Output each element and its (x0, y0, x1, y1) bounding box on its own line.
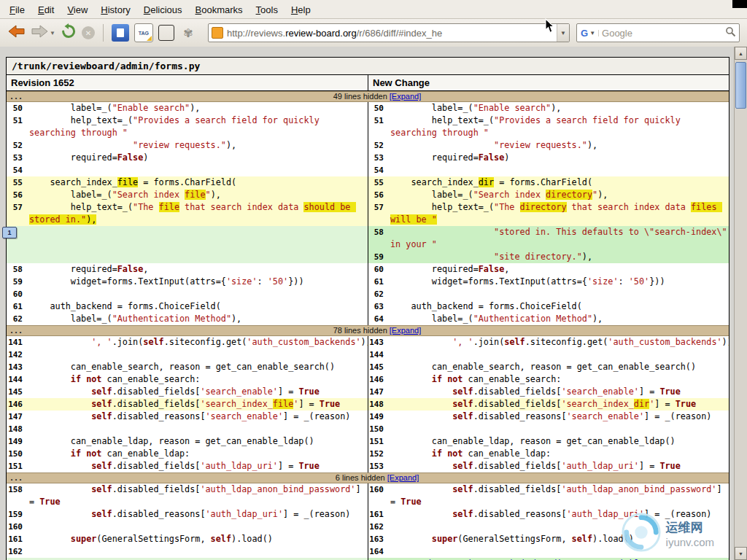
diff-row: 150 if not can_enable_ldap:152 if not ca… (7, 448, 729, 460)
watermark-logo-icon (621, 512, 662, 556)
scroll-up-button[interactable]: ▲ (735, 47, 747, 60)
expand-link[interactable]: [Expand] (390, 92, 421, 101)
navigation-toolbar: ▼ ✕ TAG ✾ (0, 19, 747, 47)
code-line-left: self.disabled_fields['search_index_file'… (26, 398, 368, 411)
url-history-dropdown[interactable]: ▼ (557, 24, 569, 42)
extension-button-1[interactable] (110, 22, 131, 44)
line-number-right: 51 (368, 114, 387, 139)
line-number-left: 141 (7, 336, 26, 349)
code-line-right: if not can_enable_search: (387, 373, 729, 386)
line-number-right: 147 (368, 386, 387, 398)
diff-row: 53 required=False)53 required=False) (7, 152, 729, 164)
code-line-left: can_enable_search, reason = get_can_enab… (26, 361, 368, 373)
tag-extension-icon: TAG (134, 23, 153, 42)
extension-button-3[interactable] (157, 22, 176, 44)
line-number-left: 160 (7, 521, 26, 533)
url-prefix: http://reviews. (227, 28, 285, 39)
menu-tools[interactable]: Tools (249, 1, 285, 18)
expand-link[interactable]: [Expand] (387, 473, 419, 482)
menu-edit[interactable]: Edit (31, 1, 61, 18)
url-path: /r/686/diff/#index_he (357, 28, 443, 39)
collapsed-gutter: ... (7, 473, 26, 483)
line-number-right: 52 (368, 139, 387, 152)
search-engine-dropdown-icon[interactable]: ▼ (589, 30, 599, 36)
line-number-left: 55 (7, 176, 26, 189)
scrollbar-thumb[interactable] (735, 62, 746, 109)
forward-dropdown-icon[interactable]: ▼ (50, 30, 55, 36)
code-line-left (26, 349, 368, 361)
collapsed-gutter: ... (7, 326, 26, 335)
stop-icon: ✕ (82, 26, 95, 39)
scroll-down-button[interactable]: ▼ (735, 547, 747, 560)
line-number-left: 142 (7, 349, 26, 361)
line-number-right: 161 (368, 508, 387, 521)
menu-history[interactable]: History (94, 1, 136, 18)
diff-row: 61 auth_backend = forms.ChoiceField(63 a… (7, 300, 729, 313)
line-number-right: 153 (368, 460, 387, 472)
back-button[interactable] (6, 22, 27, 44)
code-line-right: ', '.join(self.siteconfig.get('auth_cust… (387, 336, 729, 349)
vertical-scrollbar[interactable]: ▲ ▼ (734, 47, 747, 560)
watermark-title: 运维网 (666, 519, 714, 536)
reload-button[interactable] (59, 22, 78, 44)
line-number-right: 160 (368, 483, 387, 508)
code-line-left (26, 545, 368, 558)
code-line-right (387, 349, 729, 361)
menu-help[interactable]: Help (285, 1, 317, 18)
code-line-right: help_text=_("The directory that search i… (387, 201, 729, 226)
line-number-right: 152 (368, 448, 387, 460)
code-line-left: label=_("Enable search"), (26, 102, 368, 114)
diff-row: 148150 (7, 423, 729, 435)
line-number-left: 148 (7, 423, 26, 435)
diff-row: 59 "site directory."), (7, 251, 729, 263)
forward-icon (31, 24, 49, 42)
line-number-left: 149 (7, 435, 26, 448)
revision-header: Revision 1652 (7, 75, 368, 90)
diff-row: 55 search_index_file = forms.CharField(5… (7, 176, 729, 189)
stop-button[interactable]: ✕ (80, 22, 96, 44)
code-line-left: self.disabled_fields['search_enable'] = … (26, 386, 368, 398)
code-line-left: super(GeneralSettingsForm, self).load() (26, 533, 368, 545)
code-line-left: search_index_file = forms.CharField( (26, 176, 368, 189)
code-line-left: if not can_enable_ldap: (26, 448, 368, 460)
code-line-right: can_enable_ldap, reason = get_can_enable… (387, 435, 729, 448)
reload-icon (61, 23, 77, 42)
search-input[interactable]: Google (602, 28, 725, 39)
diff-row: 149 can_enable_ldap, reason = get_can_en… (7, 435, 729, 448)
line-number-right: 55 (368, 176, 387, 189)
diff-row: 50 label=_("Enable search"),50 label=_("… (7, 102, 729, 114)
menu-bookmarks[interactable]: Bookmarks (189, 1, 249, 18)
menu-view[interactable]: View (61, 1, 94, 18)
code-line-left: label=_("Search index file"), (26, 189, 368, 201)
extension-button-4[interactable]: ✾ (178, 22, 198, 44)
search-magnifier-icon[interactable] (725, 26, 736, 39)
code-line-right: self.disabled_reasons['search_enable'] =… (387, 411, 729, 423)
line-number-right: 149 (368, 411, 387, 423)
menu-delicious[interactable]: Delicious (137, 1, 189, 18)
code-line-right: self.disabled_fields['auth_ldap_anon_bin… (387, 483, 729, 508)
line-number-left: 159 (7, 508, 26, 521)
expand-link[interactable]: [Expand] (390, 326, 421, 335)
page-content: /trunk/reviewboard/admin/forms.py Revisi… (0, 47, 735, 560)
collapsed-band-text: 78 lines hidden [Expand] (26, 326, 729, 335)
line-number-left: 151 (7, 460, 26, 472)
code-line-left: help_text=_("Provides a search field for… (26, 114, 368, 139)
code-line-right: widget=forms.TextInput(attrs={'size': '5… (387, 276, 729, 288)
diff-row: 145 self.disabled_fields['search_enable'… (7, 386, 729, 398)
diff-row: 58 "stored in. This defaults to \"search… (7, 226, 729, 251)
extension-button-2[interactable]: TAG (133, 22, 155, 44)
diff-anchor-flag[interactable]: 1 (2, 227, 17, 238)
url-bar[interactable]: http://reviews. review-board.org /r/686/… (208, 23, 570, 42)
code-line-left: can_enable_ldap, reason = get_can_enable… (26, 435, 368, 448)
line-number-right: 151 (368, 435, 387, 448)
collapsed-lines-band: ...49 lines hidden [Expand] (7, 91, 729, 102)
code-line-right (387, 288, 729, 300)
line-number-right: 145 (368, 361, 387, 373)
search-bar[interactable]: G ▼ Google (576, 23, 740, 42)
line-number-left (7, 251, 26, 263)
mouse-cursor (545, 18, 555, 36)
menu-file[interactable]: File (3, 1, 31, 18)
diff-row: 57 help_text=_("The file that search ind… (7, 201, 729, 226)
blue-extension-icon (112, 24, 129, 42)
forward-button[interactable]: ▼ (29, 22, 57, 44)
